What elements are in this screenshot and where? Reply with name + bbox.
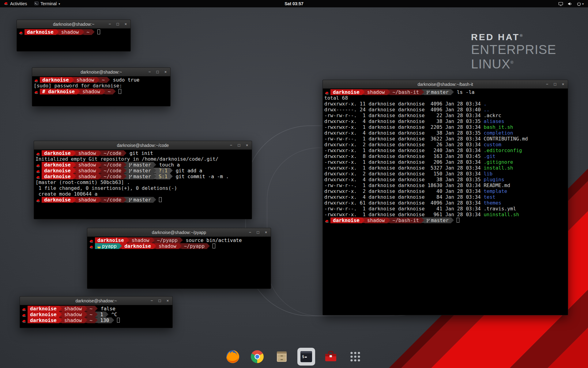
file-name: . [484,101,487,107]
prompt-segment: shadow [76,162,99,168]
dock-app-grid-button[interactable] [346,348,364,366]
display-icon[interactable] [558,2,563,6]
prompt-segment: ~/code [101,168,124,174]
dock-terminal-button[interactable]: $ [297,348,315,366]
powerline-arrow-icon [99,150,101,156]
desktop: Activities Terminal ▾ Sat 03:57 ▾ [0,0,588,368]
terminal-output-text: drwxrwxr-x. 2 darknoise darknoise 150 Ja… [324,171,484,177]
terminal-output-text: create mode 100644 a [36,191,97,197]
python-icon [97,245,101,248]
maximize-button[interactable]: □ [256,230,260,234]
power-icon[interactable]: ▾ [577,2,584,6]
file-name: test [484,194,496,200]
minimize-button[interactable]: − [149,299,154,303]
maximize-button[interactable]: □ [155,70,160,74]
powerline-arrow-icon [179,243,182,249]
powerline-arrow-icon [124,168,126,173]
terminal-line: -rwxrwxr-x. 1 darknoise darknoise 206 Ja… [324,159,566,165]
minimize-button[interactable]: − [248,230,252,234]
dock-chrome-button[interactable] [248,348,266,366]
powerline-arrow-icon [85,306,87,311]
firefox-icon [225,349,240,364]
terminal-window-code[interactable]: darknoise@shadow:~/code − □ × darknoises… [34,141,252,219]
git-branch-icon [129,198,132,202]
prompt-segment: shadow [129,237,152,243]
close-button[interactable]: × [561,82,565,86]
terminal-command-text: sudo true [110,77,139,83]
minimize-button[interactable]: − [107,22,112,26]
registered-mark: ® [520,33,524,38]
powerline-arrow-icon [85,317,87,323]
terminal-line: # darknoiseshadow~ [34,89,169,94]
terminal-content[interactable]: darknoiseshadow~ [17,29,130,51]
file-name: .. [484,107,489,113]
minimize-button[interactable]: − [545,82,549,86]
terminal-content[interactable]: darknoiseshadow~ sudo true[sudo] passwor… [32,76,170,106]
prompt-segment: shadow [76,168,99,174]
window-titlebar[interactable]: darknoise@shadow:~ − □ × [32,68,170,76]
maximize-button[interactable]: □ [115,22,120,26]
terminal-content[interactable]: darknoiseshadow~ falsedarknoiseshadow~1 … [20,305,172,328]
prompt-segment: shadow [80,89,103,94]
window-titlebar[interactable]: darknoise@shadow:~/bash-it − □ × [323,80,568,89]
terminal-window-bash-it[interactable]: darknoise@shadow:~/bash-it − □ × darknoi… [322,80,568,315]
terminal-window-pyapp[interactable]: darknoise@shadow:~/pyapp − □ × darknoise… [87,228,271,289]
terminal-window-sudo[interactable]: darknoise@shadow:~ − □ × darknoiseshadow… [32,67,171,106]
terminal-line: -rwxrwxr-x. 1 darknoise darknoise 2205 J… [324,124,566,130]
terminal-line: total 68 [324,95,566,101]
app-menu-terminal[interactable]: Terminal ▾ [31,0,64,7]
terminal-output-text: drwxrwxr-x. 11 darknoise darknoise 4096 … [324,101,484,107]
window-titlebar[interactable]: darknoise@shadow:~ − □ × [17,20,130,29]
close-button[interactable]: × [123,22,128,26]
minimize-button[interactable]: − [147,70,152,74]
maximize-button[interactable]: □ [553,82,557,86]
powerline-arrow-icon [73,197,76,202]
window-titlebar[interactable]: darknoise@shadow:~/code − □ × [34,141,252,150]
file-name: uninstall.sh [484,212,519,217]
terminal-output-text: -rwxrwxr-x. 1 darknoise darknoise 5327 J… [324,165,484,171]
terminal-content[interactable]: darknoiseshadow~/bash-itmaster ls -latot… [323,89,568,315]
clock[interactable]: Sat 03:57 [285,1,303,6]
powerline-arrow-icon [56,29,59,35]
minimize-button[interactable]: − [229,143,233,147]
volume-icon[interactable] [567,2,572,6]
terminal-line: darknoiseshadow~/codemaster [36,197,250,203]
app-menu-label: Terminal [40,1,57,6]
maximize-button[interactable]: □ [157,299,162,303]
terminal-content[interactable]: darknoiseshadow~/code git initInitialize… [34,150,252,219]
file-name: template [484,188,507,194]
close-button[interactable]: × [165,299,170,303]
terminal-output-text: -rwxrwxr-x. 1 darknoise darknoise 240 Ja… [324,148,484,153]
activities-button[interactable]: Activities [0,0,31,7]
terminal-line: darknoiseshadow~/codemasterS:1 git commi… [36,174,250,179]
maximize-button[interactable]: □ [237,143,241,147]
terminal-output-text: drwx------. 24 darknoise darknoise 4096 … [324,107,484,113]
terminal-icon: $ [300,350,313,363]
terminal-line: -rwxrwxr-x. 1 darknoise darknoise 240 Ja… [324,148,566,153]
powerline-arrow-icon [126,237,129,243]
redhat-prompt-icon [22,317,28,323]
dock-toolbox-button[interactable] [322,348,340,366]
terminal-window-home-2[interactable]: darknoise@shadow:~ − □ × darknoiseshadow… [20,296,173,328]
terminal-output-text: drwxrwxr-x. 4 darknoise darknoise 38 Jan… [324,118,484,124]
close-button[interactable]: × [245,143,249,147]
prompt-segment: darknoise [42,197,73,203]
terminal-line: drwxrwxr-x. 4 darknoise darknoise 38 Jan… [324,130,566,136]
terminal-content[interactable]: darknoiseshadow~/pyapp source bin/activa… [87,237,271,289]
window-titlebar[interactable]: darknoise@shadow:~/pyapp − □ × [87,228,271,237]
terminal-window-home-1[interactable]: darknoise@shadow:~ − □ × darknoiseshadow… [17,20,131,52]
prompt-segment: darknoise [40,77,71,83]
dock-firefox-button[interactable] [224,348,242,366]
terminal-output-text: total 68 [324,95,348,101]
prompt-segment: ?:1 [156,168,170,174]
prompt-segment: darknoise [24,29,56,35]
terminal-line: -rw-rw-r--. 1 darknoise darknoise 18630 … [324,182,566,188]
close-button[interactable]: × [163,70,168,74]
terminal-output-text: -rwxrwxr-x. 1 darknoise darknoise 2205 J… [324,124,484,130]
dock-files-button[interactable] [273,348,291,366]
files-icon [275,350,289,364]
prompt-segment: darknoise [42,168,73,174]
window-titlebar[interactable]: darknoise@shadow:~ − □ × [20,297,172,305]
close-button[interactable]: × [264,230,268,234]
powerline-arrow-icon [170,168,173,173]
